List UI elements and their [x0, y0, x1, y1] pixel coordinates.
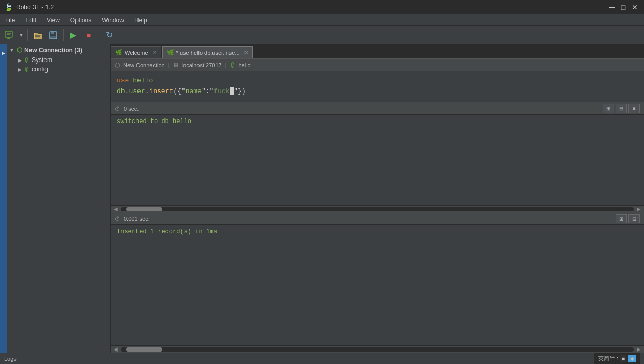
system-icon: 🛢	[24, 57, 29, 63]
hscroll2[interactable]: ◀ ▶	[111, 345, 644, 353]
hscroll2-right[interactable]: ▶	[636, 346, 642, 352]
breadcrumb-db-icon: 🛢	[229, 62, 236, 69]
tab-editor-label: * use hello db.user.inse...	[176, 50, 240, 56]
sidebar: ▼ ⬡ New Connection (3) ▶ 🛢 System ▶ 🛢 co…	[7, 44, 111, 353]
result1-output-text: switched to db hello	[117, 118, 191, 125]
editor-line-2: db.user.insert({"name":"fuck "})	[117, 86, 638, 97]
config-arrow: ▶	[18, 67, 22, 72]
toolbar-sep1	[27, 29, 28, 41]
connection-arrow: ▼	[9, 47, 14, 53]
config-label: config	[32, 66, 48, 73]
menu-options[interactable]: Options	[65, 16, 97, 25]
hscroll2-thumb[interactable]	[126, 347, 162, 352]
code-collection: user	[129, 87, 145, 95]
db-name: hello	[133, 77, 153, 84]
new-connection-dropdown[interactable]	[2, 28, 17, 42]
tree-config[interactable]: ▶ 🛢 config	[7, 65, 110, 74]
result2-output-text: Inserted 1 record(s) in 1ms	[117, 228, 217, 235]
breadcrumb-sep2: |	[225, 62, 226, 68]
editor-line-1: use hello	[117, 75, 638, 86]
tab-welcome-close[interactable]: ✕	[152, 50, 157, 55]
toolbar-sep3	[99, 29, 99, 41]
result2-view-tree[interactable]: ⊟	[628, 214, 640, 223]
new-connection-arrow[interactable]: ▼	[18, 28, 25, 42]
code-method: insert	[149, 87, 173, 95]
result2-output-area: Inserted 1 record(s) in 1ms	[111, 225, 644, 345]
titlebar: 🍃 Robo 3T - 1.2 ─ □ ✕	[0, 0, 644, 14]
breadcrumb-bar: ⬡ New Connection | 🖥 localhost:27017 | 🛢…	[111, 59, 644, 71]
connection-icon: ⬡	[17, 46, 22, 54]
breadcrumb-connection: New Connection	[123, 62, 165, 68]
sidebar-strip-label: ◀	[1, 51, 6, 56]
save-button[interactable]	[46, 28, 60, 42]
result2-actions: ⊞ ⊟	[616, 214, 640, 223]
titlebar-left: 🍃 Robo 3T - 1.2	[4, 3, 54, 11]
app-title: Robo 3T - 1.2	[16, 4, 54, 11]
menu-edit[interactable]: Edit	[20, 16, 41, 25]
config-icon: 🛢	[24, 66, 29, 72]
hscroll2-left[interactable]: ◀	[113, 346, 119, 352]
tab-welcome[interactable]: 🌿 Welcome ✕	[111, 46, 161, 58]
result1-actions: ⊞ ⊟ ≡	[603, 104, 640, 113]
tab-editor-close[interactable]: ✕	[244, 50, 248, 55]
toolbar-sep2	[63, 29, 64, 41]
statusbar: Logs 英简半 : ■ ◆	[0, 353, 644, 364]
menubar: File Edit View Options Window Help	[0, 14, 644, 26]
result2-bar: ⏱ 0.001 sec. ⊞ ⊟	[111, 213, 644, 225]
code-value: fuck	[213, 87, 229, 95]
connection-label: New Connection (3)	[24, 47, 82, 54]
hscroll1-track	[121, 207, 634, 211]
breadcrumb-sep1: |	[168, 62, 170, 68]
toolbar: ▼ ▶ ■ ↻	[0, 26, 644, 44]
result1-time-area: ⏱ 0 sec.	[115, 105, 139, 112]
tree-system[interactable]: ▶ 🛢 System	[7, 55, 110, 65]
result1-view-text[interactable]: ≡	[628, 104, 640, 113]
menu-help[interactable]: Help	[129, 16, 152, 25]
tab-editor[interactable]: 🌿 * use hello db.user.inse... ✕	[162, 46, 253, 58]
result2-clock-icon: ⏱	[115, 216, 120, 222]
result1-output-area: switched to db hello	[111, 115, 644, 205]
hscroll1[interactable]: ◀ ▶	[111, 205, 644, 213]
stop-button[interactable]: ■	[82, 28, 96, 42]
minimize-button[interactable]: ─	[607, 2, 617, 12]
svg-rect-6	[51, 32, 54, 34]
code-key: name	[186, 87, 202, 95]
breadcrumb-host: localhost:27017	[182, 62, 222, 68]
result1-view-table[interactable]: ⊞	[603, 104, 614, 113]
hscroll2-track	[121, 347, 634, 352]
content-area: 🌿 Welcome ✕ 🌿 * use hello db.user.inse..…	[111, 44, 644, 353]
result2-time-area: ⏱ 0.001 sec.	[115, 216, 150, 222]
result2-view-table[interactable]: ⊞	[616, 214, 627, 223]
ime-icon2: ◆	[628, 355, 636, 362]
hscroll1-right[interactable]: ▶	[636, 206, 642, 212]
svg-rect-0	[5, 31, 12, 37]
logs-label: Logs	[4, 356, 17, 362]
tab-welcome-icon: 🌿	[115, 49, 122, 56]
code-editor[interactable]: use hello db.user.insert({"name":"fuck "…	[111, 71, 644, 102]
maximize-button[interactable]: □	[618, 2, 628, 12]
tree-connection[interactable]: ▼ ⬡ New Connection (3)	[7, 44, 110, 55]
keyword-use: use	[117, 77, 129, 84]
statusbar-right: 英简半 : ■ ◆	[594, 353, 640, 364]
result1-view-tree[interactable]: ⊟	[616, 104, 627, 113]
menu-window[interactable]: Window	[97, 16, 129, 25]
menu-file[interactable]: File	[0, 16, 20, 25]
run-button[interactable]: ▶	[66, 28, 81, 42]
result1-time: 0 sec.	[124, 105, 139, 112]
hscroll1-left[interactable]: ◀	[113, 206, 119, 212]
result1-bar: ⏱ 0 sec. ⊞ ⊟ ≡	[111, 102, 644, 115]
menu-view[interactable]: View	[41, 16, 65, 25]
tab-editor-icon: 🌿	[167, 49, 174, 56]
open-button[interactable]	[30, 28, 45, 42]
close-button[interactable]: ✕	[630, 2, 640, 12]
code-db: db	[117, 87, 125, 95]
breadcrumb-connection-icon: ⬡	[115, 62, 120, 69]
svg-rect-7	[50, 36, 56, 38]
sidebar-strip: ◀	[0, 44, 7, 353]
tab-welcome-label: Welcome	[125, 50, 148, 56]
main-layout: ◀ ▼ ⬡ New Connection (3) ▶ 🛢 System ▶ 🛢 …	[0, 44, 644, 353]
titlebar-right[interactable]: ─ □ ✕	[607, 2, 640, 12]
hscroll1-thumb[interactable]	[126, 207, 162, 211]
ime-label: 英简半 :	[598, 355, 618, 362]
refresh-button[interactable]: ↻	[102, 28, 116, 42]
